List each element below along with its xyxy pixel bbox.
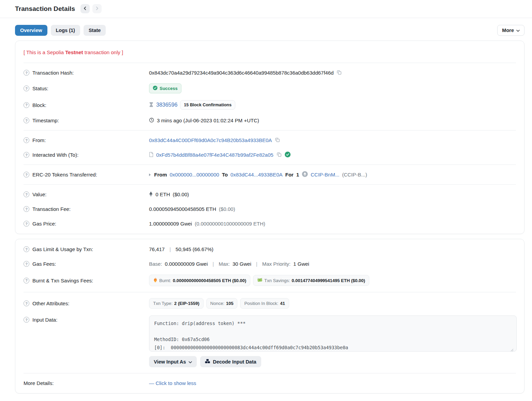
more-details-row: More Details: — Click to show less: [24, 376, 516, 390]
copy-icon: [337, 70, 342, 76]
decode-input-data-button[interactable]: Decode Input Data: [200, 356, 261, 367]
burnt-savings-label: Burnt & Txn Savings Fees:: [32, 278, 93, 283]
burnt-fee-value: 0.000000000000458505 ETH ($0.00): [173, 278, 246, 283]
input-data-label: Input Data:: [32, 317, 57, 323]
interacted-with-row: ? Interacted With (To): 0xFd57b4ddBf88a4…: [24, 148, 516, 162]
copy-from-address-button[interactable]: [275, 137, 280, 144]
txn-type-key: Txn Type:: [153, 301, 173, 306]
value-row: ? Value: 0 ETH ($0.00): [24, 187, 516, 202]
next-transaction-button[interactable]: [92, 4, 102, 13]
help-icon[interactable]: ?: [24, 191, 29, 197]
cubes-icon: [205, 359, 210, 365]
txn-savings-badge: Txn Savings: 0.001477404999541495 ETH ($…: [253, 275, 369, 286]
erc20-transfers-row: ? ERC-20 Tokens Transferred: From 0x0000…: [24, 167, 516, 182]
from-label-cell: ? From:: [24, 137, 149, 143]
show-less-link[interactable]: — Click to show less: [149, 380, 196, 386]
input-data-label-cell: ? Input Data:: [24, 315, 149, 323]
max-fee-value: 30 Gwei: [233, 261, 251, 267]
transaction-fee-label: Transaction Fee:: [32, 206, 71, 212]
gas-price-amount: 1.000000009 Gwei: [149, 221, 192, 227]
value-usd: ($0.00): [173, 191, 189, 197]
help-icon[interactable]: ?: [24, 137, 29, 143]
copy-to-address-button[interactable]: [276, 152, 282, 158]
resize-handle-icon[interactable]: [511, 347, 514, 353]
more-dropdown-label: More: [502, 28, 514, 33]
copy-hash-button[interactable]: [336, 70, 342, 76]
decode-input-data-label: Decode Input Data: [213, 359, 256, 365]
more-details-label-cell: More Details:: [24, 380, 149, 386]
tab-state[interactable]: State: [84, 25, 106, 36]
input-data-buttons: View Input As Decode Input Data: [149, 356, 517, 367]
help-icon[interactable]: ?: [24, 246, 29, 252]
view-input-as-label: View Input As: [154, 359, 186, 365]
position-key: Position In Block:: [244, 301, 278, 306]
separator: |: [167, 246, 173, 252]
token-name-link[interactable]: CCIP-BnM...: [311, 172, 339, 178]
help-icon[interactable]: ?: [24, 86, 29, 91]
previous-transaction-button[interactable]: [80, 4, 90, 13]
help-icon[interactable]: ?: [24, 300, 29, 306]
nonce-badge: Nonce: 105: [206, 298, 238, 309]
help-icon[interactable]: ?: [24, 102, 29, 108]
max-fee-label: Max:: [219, 261, 230, 267]
help-icon[interactable]: ?: [24, 152, 29, 158]
chevron-left-icon: [83, 6, 87, 11]
more-dropdown-button[interactable]: More: [497, 25, 524, 36]
gas-fees-row: ? Gas Fees: Base: 0.000000009 Gwei | Max…: [24, 257, 516, 271]
gas-limit-label: Gas Limit & Usage by Txn:: [32, 246, 93, 252]
from-address-link[interactable]: 0x83dC44a4C00DFf69d0A0c7c94B20b53a4933BE…: [149, 137, 272, 143]
chevron-down-icon: [516, 28, 520, 33]
erc20-for-word: For: [285, 172, 293, 178]
value-label: Value:: [32, 191, 46, 197]
to-address-link[interactable]: 0xFd57b4ddBf88a4e07fF4e34C487b99af2Fe82a…: [156, 152, 274, 158]
eth-diamond-icon: [149, 191, 153, 198]
help-icon[interactable]: ?: [24, 317, 29, 323]
block-label: Block:: [32, 102, 46, 108]
max-priority-label: Max Priority:: [262, 261, 291, 267]
view-input-as-button[interactable]: View Input As: [149, 356, 197, 367]
tab-list: Overview Logs (1) State: [15, 25, 106, 36]
block-number-link[interactable]: 3836596: [156, 102, 177, 108]
gas-limit-label-cell: ? Gas Limit & Usage by Txn:: [24, 246, 149, 252]
help-icon[interactable]: ?: [24, 261, 29, 267]
position-value: 41: [280, 301, 285, 306]
tab-overview[interactable]: Overview: [15, 25, 47, 36]
block-row: ? Block: 3836596 15 Block Confirmations: [24, 97, 516, 113]
burnt-savings-row: ? Burnt & Txn Savings Fees: Burnt: 0.000…: [24, 271, 516, 290]
base-fee-value: 0.000000009 Gwei: [165, 261, 208, 267]
erc20-from-address-link[interactable]: 0x000000...00000000: [170, 172, 219, 178]
check-circle-icon: [153, 86, 158, 91]
help-icon[interactable]: ?: [24, 206, 29, 212]
help-icon[interactable]: ?: [24, 70, 29, 76]
help-icon[interactable]: ?: [24, 118, 29, 123]
base-fee-label: Base:: [149, 261, 162, 267]
timestamp-value: 3 mins ago (Jul-06-2023 01:02:24 PM +UTC…: [157, 118, 259, 123]
transaction-fee-label-cell: ? Transaction Fee:: [24, 206, 149, 212]
txn-savings-value: 0.001477404999541495 ETH ($0.00): [292, 278, 365, 283]
help-icon[interactable]: ?: [24, 278, 29, 283]
value-label-cell: ? Value:: [24, 191, 149, 197]
help-icon[interactable]: ?: [24, 172, 29, 178]
erc20-to-address-link[interactable]: 0x83dC44...4933BE0A: [231, 172, 283, 178]
testnet-banner-prefix: [ This is a Sepolia: [24, 49, 65, 55]
nonce-key: Nonce:: [210, 301, 224, 306]
help-icon[interactable]: ?: [24, 221, 29, 227]
money-with-wings-icon: [257, 278, 263, 283]
timestamp-label-cell: ? Timestamp:: [24, 118, 149, 123]
caret-right-icon: [149, 173, 151, 176]
value-amount: 0 ETH: [156, 191, 170, 197]
burnt-savings-label-cell: ? Burnt & Txn Savings Fees:: [24, 278, 149, 283]
separator: |: [210, 261, 216, 267]
copy-icon: [275, 137, 280, 143]
testnet-banner-suffix: transaction only ]: [83, 49, 123, 55]
gas-price-label: Gas Price:: [32, 221, 56, 227]
txn-type-value: 2 (EIP-1559): [174, 301, 200, 306]
hourglass-icon: [149, 102, 153, 108]
tab-logs[interactable]: Logs (1): [51, 25, 80, 36]
transaction-hash-row: ? Transaction Hash: 0x843dc70a4a29d79234…: [24, 65, 516, 80]
divider: [24, 373, 516, 373]
transaction-fee-usd: ($0.00): [219, 206, 235, 212]
max-priority-value: 1 Gwei: [293, 261, 309, 267]
input-data-textarea[interactable]: Function: drip(address token) *** Method…: [149, 315, 517, 352]
burnt-fee-key: Burnt:: [159, 278, 171, 283]
